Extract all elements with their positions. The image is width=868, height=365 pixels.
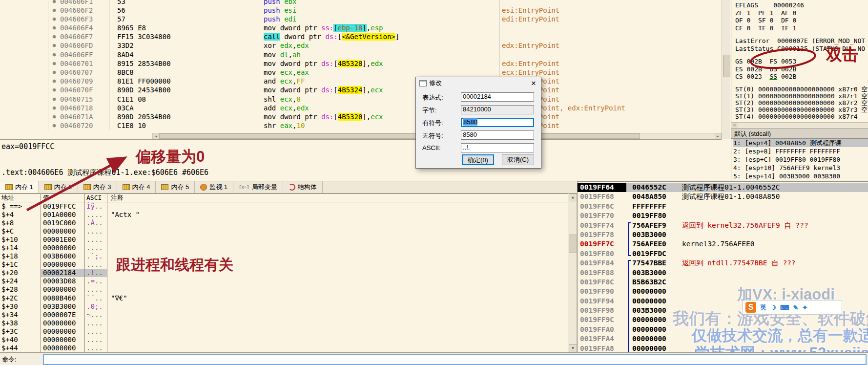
disasm-row[interactable]: ●0046070981E1 FF000000and ecx,FFecx:Entr… [0, 77, 722, 86]
breakpoint-icon[interactable]: ● [48, 86, 60, 94]
cancel-button[interactable]: 取消(C) [502, 154, 534, 165]
disasm-row[interactable]: ●004607018915 28534B00mov dword ptr ds:[… [0, 59, 722, 68]
dump-row[interactable]: $+2C0080B460`´.."∇€" [0, 294, 568, 302]
breakpoint-icon[interactable]: ● [48, 15, 60, 23]
dialog-field-3[interactable]: 8580 [461, 118, 534, 127]
ime-tool-icon[interactable]: 英 [760, 303, 766, 312]
dump-row[interactable]: $+1C00000000.... [0, 260, 568, 269]
dump-row[interactable]: $ ==>0019FFCCÌÿ.. [0, 202, 568, 211]
dump-row[interactable]: $+1400000000.... [0, 244, 568, 252]
dialog-titlebar[interactable]: 修改 ✕ [416, 77, 541, 89]
breakpoint-icon[interactable]: ● [48, 68, 60, 77]
breakpoint-icon[interactable]: ● [48, 0, 60, 6]
stack-row[interactable]: 0019FF700019FF80 [578, 211, 868, 220]
dump-row[interactable]: $+4400000000.... [0, 344, 568, 352]
dump-row[interactable]: $+2400003D08.=.. [0, 277, 568, 285]
scroll-right-icon[interactable]: ► [715, 133, 721, 139]
scrollbar-thumb[interactable] [159, 133, 640, 139]
breakpoint-icon[interactable]: ● [48, 59, 60, 68]
dump-row[interactable]: $+340000007E~... [0, 311, 568, 319]
scroll-left-icon[interactable]: ◄ [153, 133, 159, 139]
disasm-row[interactable]: ●0046071803CAadd ecx,edxecx:EntryPoint, … [0, 104, 722, 112]
disasm-row[interactable]: ●00460715C1E1 08shl ecx,8ecx:EntryPoint [0, 95, 722, 104]
dialog-field-4[interactable]: 8580 [461, 130, 534, 140]
stack-row[interactable]: 0019FF78003B3000 [578, 230, 868, 239]
disassembly-vscrollbar[interactable] [722, 0, 730, 139]
disasm-row[interactable]: ●00460720C1E8 10shr eax,10eax:EntryPoint [0, 121, 722, 130]
ime-tool-icon[interactable]: ⌨ [780, 304, 789, 311]
disasm-row[interactable]: ●004606F256push esiesi:EntryPoint [0, 6, 722, 15]
disasm-row[interactable]: ●004606F357push ediedi:EntryPoint [0, 15, 722, 23]
stack-arg-row[interactable]: 5: [esp+14] 003B3000 003B300 [733, 172, 868, 180]
disasm-row[interactable]: ●004607078BC8mov ecx,eaxecx:EntryPoint [0, 68, 722, 77]
memory-dump-panel[interactable]: 地址值ASCI注释$ ==>0019FFCCÌÿ..$+4001A0000...… [0, 193, 568, 352]
stack-row[interactable]: 0019FF640046552C测试程序课程01-1.0046552C [578, 183, 868, 192]
close-icon[interactable]: ✕ [526, 80, 541, 87]
breakpoint-icon[interactable]: ● [48, 23, 60, 32]
stack-row[interactable]: 0019FF88003B3000 [578, 268, 868, 278]
breakpoint-icon[interactable]: ● [48, 95, 60, 104]
dump-row[interactable]: $+3C00000000.... [0, 327, 568, 336]
stack-arguments-panel[interactable]: 1: [esp+4] 0048A850 测试程序课2: [esp+8] FFFF… [731, 139, 868, 181]
command-input[interactable] [43, 354, 867, 365]
scroll-down-icon[interactable]: ▼ [569, 344, 577, 352]
dump-vscrollbar[interactable]: ▲ ▼ [568, 193, 577, 352]
dump-row[interactable]: $+4001A0000...."Actx " [0, 211, 568, 219]
scrollbar-thumb[interactable] [569, 235, 577, 253]
tab-局部变量[interactable]: [x=]局部变量 [233, 181, 283, 193]
stack-row[interactable]: 0019FF800019FFDC [578, 249, 868, 258]
tab-内存 4[interactable]: 内存 4 [117, 181, 156, 193]
dump-row[interactable]: $+C00000000.... [0, 227, 568, 236]
stack-arg-row[interactable]: 1: [esp+4] 0048A850 测试程序课 [733, 139, 868, 147]
dialog-field-2[interactable]: 84210000 [461, 105, 534, 114]
breakpoint-icon[interactable]: ● [48, 112, 60, 121]
breakpoint-icon[interactable]: ● [48, 6, 60, 15]
disasm-row[interactable]: ●004606F153push ebx [0, 0, 722, 6]
dump-row[interactable]: $+2000002184.!.. [0, 269, 568, 277]
breakpoint-icon[interactable]: ● [48, 121, 60, 130]
dump-row[interactable]: $+3800000000.... [0, 319, 568, 327]
stack-arg-row[interactable]: 3: [esp+C] 0019FF80 0019FF80 [733, 155, 868, 164]
disasm-row[interactable]: ●0046070F890D 24534B00mov dword ptr ds:[… [0, 86, 722, 94]
dump-row[interactable]: $+30003B3000.0;. [0, 302, 568, 311]
scroll-up-icon[interactable]: ▲ [569, 193, 577, 201]
dump-row[interactable]: $+1000001E00.... [0, 236, 568, 244]
dialog-field-5[interactable]: ..!. [461, 143, 534, 152]
ime-tool-icon[interactable]: ☽ [770, 304, 776, 311]
disasm-row[interactable]: ●0046071A890D 20534B00mov dword ptr ds:[… [0, 112, 722, 121]
stack-row[interactable]: 0019FF7C756AFEE0kernel32.756AFEE0 [578, 239, 868, 249]
ime-toolbar[interactable]: S 英☽⌨✎✦ [742, 300, 842, 315]
stack-row[interactable]: 0019FF8477547BBE返回到 ntdll.77547BBE 自 ??? [578, 258, 868, 268]
ime-tool-icon[interactable]: ✦ [802, 304, 807, 311]
tab-结构体[interactable]: 结构体 [283, 181, 323, 193]
dump-row[interactable]: $+18003B6000.`;. [0, 252, 568, 260]
disassembly-panel[interactable]: ●004606F153push ebx●004606F256push esies… [0, 0, 722, 139]
calling-convention-selector[interactable]: 默认 (stdcall) [731, 129, 868, 139]
dialog-field-1[interactable]: 00002184 [461, 92, 534, 102]
breakpoint-icon[interactable]: ● [48, 50, 60, 59]
tab-监视 1[interactable]: 监视 1 [195, 181, 233, 193]
ime-logo-icon[interactable]: S [745, 302, 756, 313]
breakpoint-icon[interactable]: ● [48, 104, 60, 112]
tab-内存 1[interactable]: 内存 1 [0, 181, 39, 193]
tab-内存 5[interactable]: 内存 5 [156, 181, 195, 193]
dump-row[interactable]: $+4000000000.... [0, 336, 568, 344]
stack-row[interactable]: 0019FF6CFFFFFFFF [578, 202, 868, 211]
disasm-row[interactable]: ●004606F7FF15 3C034800call dword ptr ds:… [0, 32, 722, 41]
breakpoint-icon[interactable]: ● [48, 77, 60, 86]
ok-button[interactable]: 确定(0) [462, 154, 494, 165]
breakpoint-icon[interactable]: ● [48, 32, 60, 41]
stack-row[interactable]: 0019FF680048A850测试程序课程01-1.0048A850 [578, 192, 868, 201]
scrollbar-thumb[interactable] [723, 55, 730, 77]
registers-hscrollbar[interactable]: < [731, 122, 868, 129]
dump-row[interactable]: $+80019C000.À.. [0, 219, 568, 227]
ime-tool-icon[interactable]: ✎ [793, 304, 798, 311]
disasm-row[interactable]: ●004606FF8AD4mov dl,ah [0, 50, 722, 59]
stack-row[interactable]: 0019FF74756AFEF9返回到 kernel32.756AFEF9 自 … [578, 221, 868, 230]
scroll-left-icon[interactable]: < [731, 123, 738, 129]
stack-arg-row[interactable]: 2: [esp+8] FFFFFFFF FFFFFFFF [733, 147, 868, 155]
stack-arg-row[interactable]: 4: [esp+10] 756AFEF9 kernel3 [733, 164, 868, 172]
tab-内存 2[interactable]: 内存 2 [39, 181, 78, 193]
disasm-row[interactable]: ●004606FD33D2xor edx,edxedx:EntryPoint [0, 41, 722, 50]
tab-内存 3[interactable]: 内存 3 [78, 181, 117, 193]
